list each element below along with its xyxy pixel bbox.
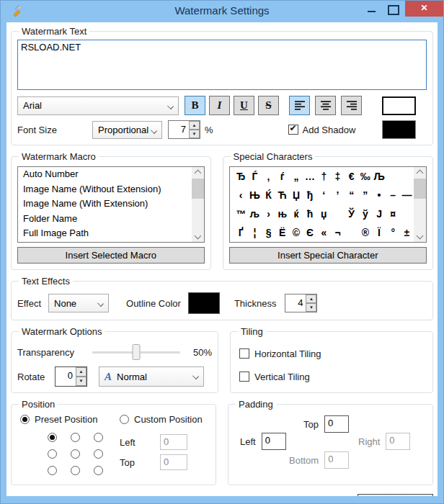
position-left-input[interactable]: 0	[160, 434, 187, 450]
macro-list-item[interactable]: Image Name (Without Extension)	[18, 182, 192, 197]
special-character[interactable]: ’	[331, 189, 345, 201]
font-size-mode-select[interactable]: Proportional	[92, 121, 162, 139]
special-character[interactable]: ў	[358, 208, 372, 220]
special-character[interactable]: °	[386, 227, 400, 238]
position-top-input[interactable]: 0	[160, 454, 187, 470]
scrollbar-thumb[interactable]	[192, 179, 204, 199]
special-character[interactable]: ›	[262, 208, 275, 220]
special-character[interactable]: ±	[400, 227, 414, 238]
special-character[interactable]: Ї	[372, 227, 386, 238]
minimize-button[interactable]	[363, 1, 381, 17]
preset-position-radio[interactable]	[71, 466, 80, 475]
special-character[interactable]: „	[289, 171, 303, 182]
special-character[interactable]: •	[372, 189, 386, 201]
preset-position-radio[interactable]	[48, 466, 57, 475]
special-character[interactable]: ‹	[234, 189, 248, 201]
special-character[interactable]: –	[386, 189, 400, 201]
align-center-button[interactable]	[315, 96, 336, 115]
preset-position-radio[interactable]	[48, 433, 57, 442]
spin-down-icon[interactable]: ▼	[189, 130, 200, 138]
spin-up-icon[interactable]: ▲	[189, 121, 200, 130]
special-character[interactable]: Ћ	[275, 189, 289, 201]
align-left-button[interactable]	[289, 96, 310, 115]
slider-thumb[interactable]	[133, 344, 141, 360]
special-character[interactable]: ¬	[331, 227, 345, 238]
spin-up-icon[interactable]: ▲	[76, 367, 86, 377]
macro-list-item[interactable]: Folder Name	[18, 212, 192, 227]
special-character[interactable]: ‡	[331, 171, 345, 182]
underline-button[interactable]: U	[234, 96, 254, 115]
special-character[interactable]: «	[317, 227, 331, 238]
special-character[interactable]: Ѓ	[248, 171, 262, 182]
macro-list-item[interactable]: Full Image Path	[18, 226, 192, 241]
scroll-up-icon[interactable]	[192, 167, 204, 178]
close-button[interactable]: ✕	[405, 1, 443, 17]
special-character[interactable]: Ђ	[234, 171, 248, 182]
transparency-slider[interactable]	[92, 344, 180, 360]
font-color-swatch[interactable]	[382, 96, 416, 115]
special-character[interactable]: —	[400, 189, 414, 201]
watermark-text-input[interactable]: RSLOAD.NET	[17, 40, 427, 90]
insert-macro-button[interactable]: Insert Selected Macro	[17, 247, 205, 264]
special-character[interactable]: “	[345, 189, 358, 201]
custom-position-radio-main[interactable]	[120, 415, 129, 424]
preset-position-radio-main[interactable]	[20, 415, 30, 424]
special-character[interactable]: Ў	[345, 208, 358, 220]
effect-select[interactable]: None	[48, 294, 109, 312]
special-character[interactable]: ©	[289, 227, 303, 238]
spin-down-icon[interactable]: ▼	[76, 377, 86, 386]
text-style-select[interactable]: A Normal	[99, 366, 204, 387]
special-character[interactable]: ”	[358, 189, 372, 201]
special-character[interactable]: ѓ	[275, 171, 289, 182]
preset-position-radio[interactable]	[94, 466, 103, 475]
preset-position-radio[interactable]	[71, 433, 80, 442]
horizontal-tiling-checkbox[interactable]	[239, 348, 249, 359]
strikethrough-button[interactable]: S	[258, 96, 279, 115]
special-character[interactable]: ®	[358, 227, 372, 238]
special-character[interactable]: ‰	[358, 171, 372, 182]
spin-up-icon[interactable]: ▲	[306, 294, 316, 303]
rotate-spinner[interactable]: 0 ▲▼	[55, 366, 87, 387]
special-character[interactable]: Њ	[248, 189, 262, 201]
special-character[interactable]: ћ	[303, 208, 317, 220]
padding-right-input[interactable]: 0	[386, 433, 410, 450]
maximize-button[interactable]	[383, 1, 401, 17]
special-character[interactable]: Ё	[275, 227, 289, 238]
special-character[interactable]: њ	[275, 208, 289, 220]
special-character[interactable]: …	[303, 171, 317, 182]
padding-bottom-input[interactable]: 0	[324, 451, 349, 469]
scroll-down-icon[interactable]	[414, 231, 426, 242]
bold-button[interactable]: B	[185, 96, 205, 115]
thickness-spinner[interactable]: 4 ▲▼	[285, 294, 317, 312]
special-character[interactable]: Ј	[372, 208, 386, 220]
ok-button[interactable]: OK	[358, 494, 433, 496]
spin-down-icon[interactable]: ▼	[306, 303, 316, 312]
preset-position-radio[interactable]	[94, 433, 103, 442]
vertical-tiling-checkbox[interactable]	[239, 372, 249, 382]
preset-position-radio[interactable]	[48, 449, 57, 459]
insert-special-character-button[interactable]: Insert Special Character	[229, 247, 427, 264]
special-character[interactable]: ‘	[317, 189, 331, 201]
special-character[interactable]: џ	[317, 208, 331, 220]
special-character[interactable]: ‚	[262, 171, 275, 182]
special-characters-box[interactable]: ЂЃ‚ѓ„…†‡€‰Љ‹ЊЌЋЏђ‘’“”•–—™љ›њќћџЎўЈ¤Ґ¦§Ё©…	[229, 166, 427, 243]
macro-listbox[interactable]: Auto NumberImage Name (Without Extension…	[17, 166, 205, 243]
outline-color-swatch[interactable]	[188, 292, 220, 314]
special-character[interactable]: ќ	[289, 208, 303, 220]
align-right-button[interactable]	[341, 96, 362, 115]
special-character[interactable]: љ	[248, 208, 262, 220]
special-characters-scrollbar[interactable]	[414, 167, 426, 242]
special-character[interactable]: Љ	[372, 171, 386, 182]
padding-top-input[interactable]: 0	[324, 415, 349, 433]
special-character[interactable]: ¤	[386, 208, 400, 220]
macro-scrollbar[interactable]	[192, 167, 204, 242]
add-shadow-checkbox[interactable]	[288, 125, 298, 135]
font-family-select[interactable]: Arial	[17, 96, 179, 115]
scroll-down-icon[interactable]	[192, 231, 204, 242]
special-character[interactable]: Ќ	[262, 189, 275, 201]
scroll-up-icon[interactable]	[414, 167, 426, 178]
italic-button[interactable]: I	[209, 96, 230, 115]
preset-position-radio[interactable]	[71, 449, 80, 459]
padding-left-input[interactable]: 0	[262, 433, 286, 450]
macro-list-item[interactable]: Auto Number	[18, 167, 192, 182]
